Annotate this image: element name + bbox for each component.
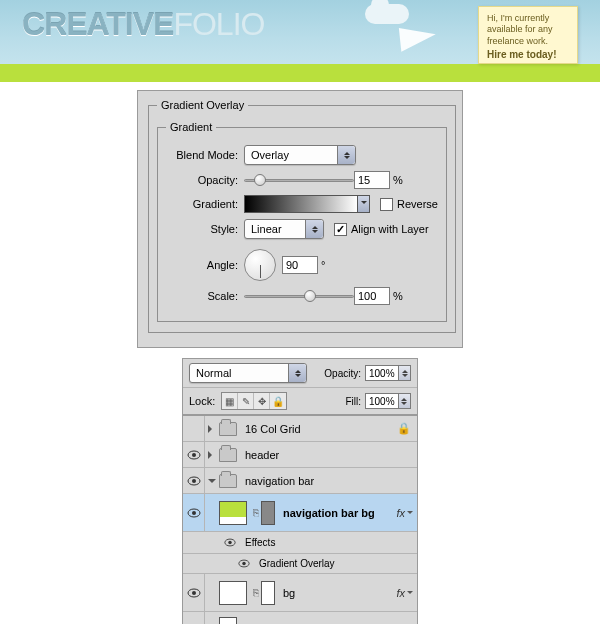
reverse-checkbox[interactable]	[380, 198, 393, 211]
lock-position-icon[interactable]: ✥	[254, 393, 270, 409]
opacity-pct: %	[393, 174, 403, 186]
layer-name: navigation bar bg	[283, 507, 396, 519]
layer-name: bg	[283, 587, 396, 599]
visibility-toggle[interactable]	[183, 574, 205, 611]
link-icon: ⎘	[251, 507, 261, 518]
opacity-input[interactable]	[354, 171, 390, 189]
fx-disclosure-icon[interactable]	[407, 587, 417, 599]
legend-gradient-overlay: Gradient Overlay	[157, 99, 248, 111]
folder-icon	[219, 448, 237, 462]
align-checkbox[interactable]	[334, 223, 347, 236]
angle-deg: °	[321, 259, 325, 271]
folder-icon	[219, 474, 237, 488]
fill-label: Fill:	[345, 396, 361, 407]
sticky-cta: Hire me today!	[487, 49, 569, 62]
fx-disclosure-icon[interactable]	[407, 507, 417, 519]
layer-row-grid[interactable]: 16 Col Grid 🔒	[183, 416, 417, 442]
effect-name: Gradient Overlay	[259, 558, 335, 569]
layer-opacity-input[interactable]	[365, 365, 399, 381]
disclosure-triangle-icon[interactable]	[205, 423, 219, 435]
scale-pct: %	[393, 290, 403, 302]
reverse-label: Reverse	[397, 198, 438, 210]
opacity-slider[interactable]	[244, 173, 354, 187]
layer-blend-select[interactable]: Normal	[189, 363, 307, 383]
layer-opacity-label: Opacity:	[324, 368, 361, 379]
opacity-label: Opacity:	[166, 174, 238, 186]
layer-row-bg[interactable]: ⎘ bg fx	[183, 574, 417, 612]
logo-right: FOLIO	[173, 6, 264, 42]
paper-plane-icon	[399, 24, 437, 52]
layer-thumbnail[interactable]	[219, 501, 247, 525]
scale-slider[interactable]	[244, 289, 354, 303]
layer-name: navigation bar	[245, 475, 417, 487]
sticky-text: Hi, I'm currently available for any free…	[487, 13, 553, 46]
gradient-fieldset: Gradient Blend Mode: Overlay Opacity: % …	[157, 121, 447, 322]
gradient-overlay-fieldset: Gradient Overlay Gradient Blend Mode: Ov…	[148, 99, 456, 333]
angle-dial[interactable]	[244, 249, 276, 281]
disclosure-triangle-icon[interactable]	[205, 449, 219, 461]
fill-stepper[interactable]	[399, 393, 411, 409]
layer-effect-gradient-overlay[interactable]: Gradient Overlay	[183, 554, 417, 574]
lock-all-icon[interactable]: 🔒	[270, 393, 286, 409]
layer-thumbnail[interactable]	[219, 581, 247, 605]
svg-point-11	[192, 591, 196, 595]
layer-blend-value: Normal	[196, 367, 231, 379]
fx-badge[interactable]: fx	[396, 507, 407, 519]
layer-row-background[interactable]: Background	[183, 612, 417, 624]
disclosure-triangle-icon[interactable]	[205, 475, 219, 487]
lock-icon: 🔒	[397, 422, 411, 435]
style-select[interactable]: Linear	[244, 219, 324, 239]
svg-point-9	[242, 562, 245, 565]
legend-gradient: Gradient	[166, 121, 216, 133]
folder-icon	[219, 422, 237, 436]
scale-input[interactable]	[354, 287, 390, 305]
visibility-toggle[interactable]	[183, 416, 205, 441]
layer-row-nav-bg[interactable]: ⎘ navigation bar bg fx	[183, 494, 417, 532]
visibility-toggle[interactable]	[183, 494, 205, 531]
gradient-dropdown-button[interactable]	[358, 195, 370, 213]
visibility-toggle[interactable]	[183, 468, 205, 493]
angle-input[interactable]	[282, 256, 318, 274]
layer-effects-row[interactable]: Effects	[183, 532, 417, 554]
lock-label: Lock:	[189, 395, 215, 407]
logo-left: CREATIVE	[22, 6, 173, 42]
svg-point-5	[192, 511, 196, 515]
blend-mode-select[interactable]: Overlay	[244, 145, 356, 165]
visibility-toggle[interactable]	[221, 538, 239, 547]
site-banner: CREATIVEFOLIO Hi, I'm currently availabl…	[0, 0, 600, 82]
effects-label: Effects	[245, 537, 275, 548]
cloud-icon	[365, 4, 409, 24]
lock-paint-icon[interactable]: ✎	[238, 393, 254, 409]
select-arrows-icon	[288, 364, 306, 382]
lock-buttons[interactable]: ▦ ✎ ✥ 🔒	[221, 392, 287, 410]
select-arrows-icon	[305, 220, 323, 238]
layer-name: 16 Col Grid	[245, 423, 397, 435]
gradient-swatch[interactable]	[244, 195, 358, 213]
svg-point-7	[228, 541, 231, 544]
blend-mode-value: Overlay	[251, 149, 289, 161]
layer-thumbnail[interactable]	[219, 617, 237, 624]
visibility-toggle[interactable]	[183, 612, 205, 624]
align-label: Align with Layer	[351, 223, 429, 235]
layer-mask-thumbnail[interactable]	[261, 581, 275, 605]
layer-row-nav[interactable]: navigation bar	[183, 468, 417, 494]
sticky-note[interactable]: Hi, I'm currently available for any free…	[478, 6, 578, 64]
fill-input[interactable]	[365, 393, 399, 409]
fx-badge[interactable]: fx	[396, 587, 407, 599]
visibility-toggle[interactable]	[183, 442, 205, 467]
select-arrows-icon	[337, 146, 355, 164]
layer-row-header[interactable]: header	[183, 442, 417, 468]
style-value: Linear	[251, 223, 282, 235]
angle-label: Angle:	[166, 259, 238, 271]
visibility-toggle[interactable]	[235, 559, 253, 568]
svg-point-1	[192, 453, 196, 457]
layer-mask-thumbnail[interactable]	[261, 501, 275, 525]
layers-panel: Normal Opacity: Lock: ▦ ✎ ✥ 🔒 Fill: 16 C…	[182, 358, 418, 624]
layer-opacity-stepper[interactable]	[399, 365, 411, 381]
lock-transparency-icon[interactable]: ▦	[222, 393, 238, 409]
scale-label: Scale:	[166, 290, 238, 302]
style-label: Style:	[166, 223, 238, 235]
layer-name: header	[245, 449, 417, 461]
logo: CREATIVEFOLIO	[22, 8, 264, 40]
gradient-overlay-panel: Gradient Overlay Gradient Blend Mode: Ov…	[137, 90, 463, 348]
